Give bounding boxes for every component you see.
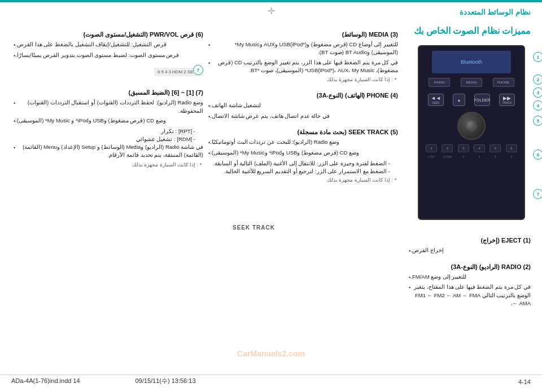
radio-unit: Bluetooth RADIO MEDIA PHONE ◄◄ SEEK ▲ bbox=[418, 45, 525, 220]
preset-bullet-1: • وضع Radio (الراديو): لحفظ الترددات (ال… bbox=[11, 99, 203, 115]
preset-text-1: وضع Radio (الراديو): لحفظ الترددات (القن… bbox=[15, 99, 203, 115]
callout-3: 3 bbox=[533, 87, 542, 98]
section-media: (3) MEDIA (الوسائط) • للتغيير إلى أوضاع … bbox=[206, 31, 398, 84]
callout-1: 1 bbox=[533, 52, 542, 62]
preset-5[interactable]: 5 bbox=[489, 144, 501, 152]
phone-heading: (4) PHONE (الهاتف) (النوع-3A) bbox=[206, 92, 398, 99]
screen-text: Bluetooth bbox=[461, 59, 482, 65]
eject-heading: (1) EJECT (إخراج) bbox=[406, 237, 531, 244]
bullet-dot: • bbox=[409, 247, 410, 256]
media-text-2: في كل مرة يتم الضغط فيها على هذا الزر، ي… bbox=[210, 59, 398, 75]
strip-label-4: 4 bbox=[165, 69, 167, 74]
main-button-row: RADIO MEDIA PHONE bbox=[419, 76, 524, 89]
bullet-dot: • bbox=[208, 41, 210, 50]
media-text-1: للتغيير إلى أوضاع CD (قرص مضغوط) وUSB(iP… bbox=[210, 41, 398, 57]
callout-2: 2 bbox=[533, 74, 542, 85]
section-preset: (7) [1] ~ [6] (الضبط المسبق) • وضع Radio… bbox=[11, 89, 203, 169]
preset-4[interactable]: 4 bbox=[474, 144, 485, 152]
seek-right-button[interactable]: ▶▶ TRACK bbox=[499, 94, 515, 106]
seek-heading: (5) SEEK TRACK (بحث مادة مسجلة) bbox=[206, 129, 398, 136]
pwrvol-heading: (6) قرص PWR/VOL (التشغيل/مستوى الصوت) bbox=[11, 31, 203, 38]
preset-label-2: 2 HDM bbox=[442, 155, 453, 158]
knob-inner bbox=[466, 120, 477, 131]
seek-bullet-1: • وضع Radio (الراديو): للبحث عن ترددات ا… bbox=[206, 138, 398, 147]
media-bullet-2: • في كل مرة يتم الضغط فيها على هذا الزر،… bbox=[206, 59, 398, 75]
media-bullet-1: • للتغيير إلى أوضاع CD (قرص مضغوط) وUSB(… bbox=[206, 41, 398, 57]
seek-body: • وضع Radio (الراديو): للبحث عن ترددات ا… bbox=[206, 138, 398, 184]
eject-button-area: ▲ bbox=[453, 94, 465, 106]
section-pwrvol: (6) قرص PWR/VOL (التشغيل/مستوى الصوت) • … bbox=[11, 31, 203, 60]
media-heading: (3) MEDIA (الوسائط) bbox=[206, 31, 398, 38]
radio-btn-group: RADIO bbox=[429, 78, 450, 87]
eject-button[interactable]: ▲ bbox=[453, 94, 465, 106]
left-column: (6) قرص PWR/VOL (التشغيل/مستوى الصوت) • … bbox=[11, 31, 203, 177]
radio-heading: (2) RADIO (الراديو) (النوع-3A) bbox=[406, 263, 531, 271]
seek-text-2: وضع CD (قرص مضغوط) وUSB وiPod* وMy Music… bbox=[210, 149, 359, 157]
eject-text-1: إخراج القرص. bbox=[410, 246, 443, 254]
preset-label-6: 6 bbox=[506, 155, 517, 158]
preset-sub-1: - [RPT] : تكرار bbox=[11, 127, 195, 135]
strip-label-2: 2 HDM bbox=[172, 69, 186, 74]
seek-track-label: SEEK TRACK bbox=[233, 224, 275, 231]
callout-5: 5 bbox=[533, 116, 542, 126]
seek-left-button[interactable]: ◄◄ SEEK bbox=[428, 94, 444, 106]
bullet-dot: • bbox=[14, 41, 15, 50]
radio-body: • للتغيير إلى وضع FM/AM. • في كل مرة يتم… bbox=[406, 273, 531, 307]
folder-button[interactable]: FOLDER bbox=[474, 94, 490, 106]
radio-bullet-2: • في كل مرة يتم الضغط فيها على هذا المفت… bbox=[406, 283, 531, 307]
eject-body: • إخراج القرص. bbox=[406, 246, 531, 256]
phone-btn-group: PHONE bbox=[493, 78, 514, 87]
pwrvol-bullet-1: • قرص التشغيل: للتشغيل/إيقاف التشغيل بال… bbox=[11, 41, 203, 50]
page-header-title: نظام الوسائط المتعددة bbox=[460, 8, 531, 16]
seek-text-1: وضع Radio (الراديو): للبحث عن ترددات الب… bbox=[210, 138, 339, 146]
preset-text-3: في شاشة Radio (الراديو) وMedia (الوسائط)… bbox=[15, 143, 203, 160]
phone-body: • لتشغيل شاشة الهاتف. • في حالة عدم اتصا… bbox=[206, 102, 398, 121]
phone-bullet-2: • في حالة عدم اتصال هاتف، يتم عرض شاشة ا… bbox=[206, 112, 398, 121]
preset-heading: (7) [1] ~ [6] (الضبط المسبق) bbox=[11, 89, 203, 96]
date-info: 09/15/11(수) 13:56:13 bbox=[135, 377, 195, 384]
radio-bullet-1: • للتغيير إلى وضع FM/AM. bbox=[406, 273, 531, 282]
page-number-right: 4-14 bbox=[518, 378, 531, 385]
callout-7: 7 bbox=[533, 189, 542, 199]
media-button[interactable]: MEDIA bbox=[461, 78, 482, 87]
preset-label-strip: 1 SET 2 HDM 3 4 5 6 bbox=[419, 154, 524, 160]
phone-text-2: في حالة عدم اتصال هاتف، يتم عرض شاشة الا… bbox=[210, 112, 330, 120]
top-accent-line bbox=[0, 0, 542, 2]
preset-label-3: 3 bbox=[458, 155, 469, 158]
main-section-title: مميزات نظام الصوت الخاص بك bbox=[414, 25, 531, 36]
strip-label-6: 6 bbox=[158, 69, 160, 74]
preset-bullet-2: • وضع CD (قرص مضغوط) وUSB وiPod* و My Mu… bbox=[11, 117, 203, 126]
preset-6[interactable]: 6 bbox=[506, 144, 517, 152]
preset-sub-bullets: - [RPT] : تكرار - [RDM] : تشغيل عشوائي bbox=[11, 127, 203, 144]
radio-button[interactable]: RADIO bbox=[429, 78, 450, 87]
phone-button[interactable]: PHONE bbox=[493, 78, 514, 87]
preset-body: • وضع Radio (الراديو): لحفظ الترددات (ال… bbox=[11, 99, 203, 169]
preset-2[interactable]: 2 bbox=[442, 144, 453, 152]
preset-label-1: 1 SET bbox=[426, 155, 437, 158]
section-phone: (4) PHONE (الهاتف) (النوع-3A) • لتشغيل ش… bbox=[206, 92, 398, 121]
seek-sub-2: - الضغط مع الاستمرار على الزر: لترجيع أو… bbox=[206, 168, 390, 175]
right-column: (1) EJECT (إخراج) • إخراج القرص. (2) RAD… bbox=[406, 237, 531, 315]
preset-3[interactable]: 3 bbox=[458, 144, 469, 152]
seek-sub-1: - الضغط لفترة وجيزة على الزر: للانتقال إ… bbox=[206, 160, 390, 168]
strip-label-5: 5 bbox=[161, 69, 163, 74]
bullet-dot: • bbox=[14, 99, 15, 108]
volume-knob[interactable] bbox=[457, 112, 486, 140]
pwrvol-body: • قرص التشغيل: للتشغيل/إيقاف التشغيل بال… bbox=[11, 41, 203, 60]
media-note: ＊: إذا كانت السيارة مجهزة بذلك bbox=[206, 76, 398, 84]
media-btn-group: MEDIA bbox=[461, 78, 482, 87]
radio-text-2: في كل مرة يتم الضغط فيها على هذا المفتاح… bbox=[410, 283, 531, 307]
seek-sub-bullets: - الضغط لفترة وجيزة على الزر: للانتقال إ… bbox=[206, 160, 398, 176]
section-seek: (5) SEEK TRACK (بحث مادة مسجلة) • وضع Ra… bbox=[206, 129, 398, 184]
callout-6: 6 bbox=[533, 149, 542, 160]
phone-bullet-1: • لتشغيل شاشة الهاتف. bbox=[206, 102, 398, 111]
media-body: • للتغيير إلى أوضاع CD (قرص مضغوط) وUSB(… bbox=[206, 41, 398, 84]
preset-bullet-3: • في شاشة Radio (الراديو) وMedia (الوسائ… bbox=[11, 143, 203, 160]
preset-1[interactable]: 1 bbox=[426, 144, 437, 152]
pwrvol-text-1: قرص التشغيل: للتشغيل/إيقاف التشغيل بالضغ… bbox=[15, 41, 166, 49]
section-radio: (2) RADIO (الراديو) (النوع-3A) • للتغيير… bbox=[406, 263, 531, 307]
seek-note: ＊: إذا كانت السيارة مجهزة بذلك bbox=[206, 177, 398, 184]
preset-label-5: 5 bbox=[489, 155, 501, 158]
radio-text-1: للتغيير إلى وضع FM/AM. bbox=[410, 273, 466, 281]
strip-label-3: 3 bbox=[168, 69, 171, 74]
